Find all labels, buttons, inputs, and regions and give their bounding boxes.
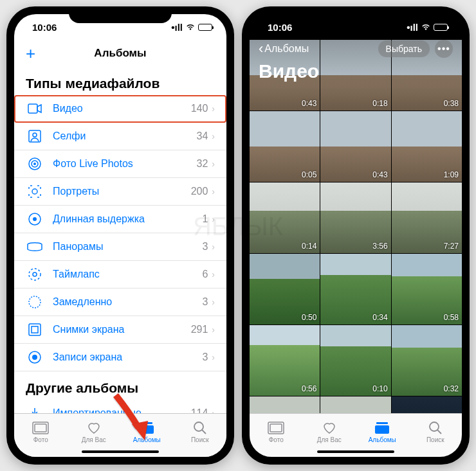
video-thumbnail[interactable]: 7:27 xyxy=(392,182,462,253)
slomo-icon xyxy=(26,295,44,309)
search-icon xyxy=(427,421,444,435)
video-thumbnail[interactable]: 0:32 xyxy=(392,325,462,396)
row-count: 114 xyxy=(191,407,208,413)
video-thumbnail[interactable]: 0:10 xyxy=(320,325,390,396)
photos-icon xyxy=(268,421,284,435)
live-icon xyxy=(26,157,44,171)
albums-icon xyxy=(374,421,390,435)
tab-label: Фото xyxy=(33,436,48,443)
row-label: Селфи xyxy=(53,130,197,142)
list-row[interactable]: Видео140› xyxy=(14,95,226,123)
svg-rect-25 xyxy=(376,422,388,424)
row-label: Таймлапс xyxy=(53,269,202,280)
svg-rect-24 xyxy=(270,424,282,432)
timelapse-icon xyxy=(26,267,44,281)
tab-photos[interactable]: Фото xyxy=(14,414,68,448)
video-duration: 3:56 xyxy=(372,242,387,251)
content[interactable]: Типы медиафайлов Видео140›Селфи34›Фото L… xyxy=(14,67,226,413)
row-count: 1 xyxy=(202,213,208,225)
video-icon xyxy=(26,102,44,116)
status-indicators: •ıll xyxy=(171,22,212,33)
video-thumbnail[interactable]: 0:34 xyxy=(320,254,390,324)
row-label: Видео xyxy=(53,103,191,114)
tab-search[interactable]: Поиск xyxy=(409,414,462,448)
row-count: 3 xyxy=(202,241,208,253)
chevron-left-icon: ‹ xyxy=(259,40,263,57)
video-thumbnail[interactable]: 0:56 xyxy=(250,325,320,396)
tab-foryou[interactable]: Для Вас xyxy=(68,414,121,448)
row-count: 34 xyxy=(197,130,208,142)
video-duration: 1:09 xyxy=(444,170,459,179)
tab-albums[interactable]: Альбомы xyxy=(120,414,174,448)
list-row[interactable]: Длинная выдержка1› xyxy=(14,206,226,233)
video-grid[interactable]: 0:430:180:380:050:431:090:143:567:270:50… xyxy=(250,40,462,413)
panorama-icon xyxy=(26,240,44,254)
add-button[interactable]: + xyxy=(26,44,35,64)
svg-rect-0 xyxy=(28,104,37,113)
screen-right: 10:06 •ıll 0:430:180:380:050:431:090:143… xyxy=(250,14,462,457)
chevron-right-icon: › xyxy=(212,352,215,362)
list-row[interactable]: Фото Live Photos32› xyxy=(14,150,226,178)
list-row[interactable]: Селфи34› xyxy=(14,123,226,150)
row-label: Записи экрана xyxy=(53,351,202,363)
back-button[interactable]: ‹ Альбомы xyxy=(259,40,309,57)
row-label: Импортированные xyxy=(53,407,191,413)
phone-right: 10:06 •ıll 0:430:180:380:050:431:090:143… xyxy=(242,6,470,465)
list-row[interactable]: Записи экрана3› xyxy=(14,344,226,371)
video-duration: 0:43 xyxy=(302,99,316,108)
section-media-types: Типы медиафайлов xyxy=(14,67,226,95)
tab-search[interactable]: Поиск xyxy=(174,414,227,448)
select-button[interactable]: Выбрать xyxy=(378,40,430,57)
svg-point-2 xyxy=(33,133,37,137)
video-thumbnail[interactable]: 0:14 xyxy=(250,182,320,253)
tab-albums[interactable]: Альбомы xyxy=(356,414,409,448)
phone-left: 10:06 •ıll + Альбомы Типы медиафайлов Ви… xyxy=(6,6,234,465)
chevron-right-icon: › xyxy=(212,269,215,280)
home-indicator[interactable] xyxy=(317,450,394,453)
foryou-icon xyxy=(321,421,338,435)
row-label: Панорамы xyxy=(53,241,202,253)
video-duration: 0:58 xyxy=(444,313,459,322)
tab-label: Поиск xyxy=(426,436,444,443)
row-label: Фото Live Photos xyxy=(53,158,197,170)
portrait-icon xyxy=(26,184,44,199)
row-label: Длинная выдержка xyxy=(53,213,202,225)
row-count: 6 xyxy=(202,269,208,280)
video-duration: 0:32 xyxy=(444,384,459,393)
svg-rect-19 xyxy=(141,422,152,424)
video-thumbnail[interactable]: 0:50 xyxy=(250,254,320,324)
row-count: 291 xyxy=(191,324,208,335)
import-icon xyxy=(26,406,44,413)
tab-photos[interactable]: Фото xyxy=(250,414,303,448)
list-row[interactable]: Замедленно3› xyxy=(14,289,226,316)
home-indicator[interactable] xyxy=(82,450,159,453)
video-thumbnail[interactable]: 0:05 xyxy=(250,111,320,182)
more-button[interactable]: ••• xyxy=(435,40,453,58)
exposure-icon xyxy=(26,212,44,226)
video-duration: 0:34 xyxy=(372,313,387,322)
list-row[interactable]: Панорамы3› xyxy=(14,233,226,261)
list-row[interactable]: Снимки экрана291› xyxy=(14,316,226,344)
status-time: 10:06 xyxy=(32,22,57,33)
video-duration: 0:56 xyxy=(302,384,316,393)
video-thumbnail[interactable]: 0:58 xyxy=(392,254,462,324)
svg-point-8 xyxy=(33,217,37,221)
battery-icon xyxy=(198,24,212,31)
svg-rect-12 xyxy=(29,324,41,335)
tab-foryou[interactable]: Для Вас xyxy=(303,414,356,448)
section-other-albums: Другие альбомы xyxy=(14,371,226,400)
row-label: Снимки экрана xyxy=(53,324,191,335)
svg-rect-20 xyxy=(140,425,154,434)
video-thumbnail[interactable]: 3:56 xyxy=(320,182,390,253)
list-row[interactable]: Таймлапс6› xyxy=(14,261,226,289)
selfie-icon xyxy=(26,129,44,143)
list-row[interactable]: Импортированные114› xyxy=(14,400,226,413)
navbar-title: Альбомы xyxy=(94,47,146,60)
video-thumbnail[interactable]: 1:09 xyxy=(392,111,462,182)
video-thumbnail[interactable]: 0:43 xyxy=(320,111,390,182)
battery-icon xyxy=(434,24,448,31)
list-row[interactable]: Портреты200› xyxy=(14,178,226,206)
foryou-icon xyxy=(86,421,102,435)
notch xyxy=(69,6,172,23)
signal-icon: •ıll xyxy=(407,22,418,33)
